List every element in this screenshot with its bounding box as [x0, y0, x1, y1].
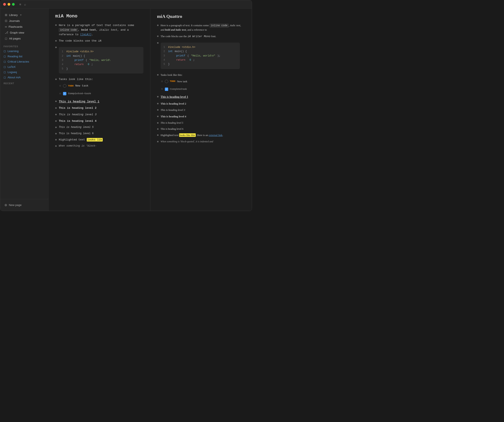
bullet-icon	[55, 127, 57, 128]
list-item: The code blocks use the iA	[55, 39, 144, 43]
library-arrow-icon: ▼	[20, 14, 22, 16]
list-item: When something is 'block-quoted', it is …	[157, 140, 245, 144]
search-icon[interactable]: ⌕	[24, 3, 26, 6]
sidebar-item-logseq[interactable]: ◻ Logseq	[0, 70, 48, 75]
bullet-icon	[157, 42, 159, 44]
list-item: This is heading level 1	[157, 95, 245, 99]
close-button[interactable]	[3, 3, 6, 6]
bullet-icon	[157, 109, 159, 111]
list-item: The code blocks use the iA Writer Mono f…	[157, 34, 245, 39]
list-item: This is heading level 6	[157, 127, 245, 131]
sidebar-top: ⊞ Library ▼ ⊡ Journals ∞ Flashcards ⎇ G	[0, 9, 48, 43]
title-bar-icons: ≡ ⌕	[19, 3, 26, 6]
library-label: Library	[9, 13, 18, 17]
sidebar-item-about-mia[interactable]: ◻ About miA	[0, 75, 48, 80]
bullet-icon	[157, 134, 159, 136]
bullet-icon	[60, 93, 61, 94]
task-row: TODO New task	[63, 84, 88, 88]
sidebar-item-journals[interactable]: ⊡ Journals	[3, 18, 45, 24]
list-item: Highlighted text looks like this. Here i…	[157, 133, 245, 137]
list-item: TODO New task	[161, 79, 245, 85]
bullet-icon	[157, 103, 159, 104]
bullet-icon	[55, 107, 57, 109]
list-item: TODO New task	[60, 84, 144, 89]
right-pane-title: miA Quattro	[157, 14, 245, 19]
bullet-icon	[55, 114, 57, 115]
task-row: TODO New task	[165, 79, 187, 84]
checkbox-unchecked[interactable]	[165, 80, 168, 83]
list-item: Here is a paragraph of text. It contains…	[157, 23, 245, 32]
menu-icon[interactable]: ≡	[19, 3, 21, 6]
sidebar-item-graph-view[interactable]: ⎇ Graph view	[3, 30, 45, 36]
checkbox-unchecked[interactable]	[63, 84, 66, 88]
graph-icon: ⎇	[5, 31, 8, 34]
list-item: Here is a paragraph of text that contain…	[55, 23, 144, 37]
checkbox-checked[interactable]: ✓	[63, 92, 66, 95]
list-item: This is heading level 2	[157, 102, 245, 106]
bullet-icon	[55, 133, 57, 134]
sidebar-item-library[interactable]: ⊞ Library ▼	[3, 12, 45, 18]
library-icon: ⊞	[5, 13, 7, 17]
right-pane: miA Quattro Here is a paragraph of text.…	[150, 9, 252, 211]
bullet-icon	[161, 81, 163, 82]
task-row: ✓ Completed task	[63, 92, 91, 96]
all-pages-label: All pages	[9, 37, 21, 40]
recent-section-label: RECENT	[0, 80, 48, 85]
main-content: ⊞ Library ▼ ⊡ Journals ∞ Flashcards ⎇ G	[0, 9, 252, 211]
list-item: 1#include <stdio.h> 2int main() { 3 prin…	[157, 41, 245, 71]
list-item: This is heading level 6	[55, 132, 144, 136]
journals-label: Journals	[9, 19, 20, 23]
list-item: This is heading level 5	[55, 125, 144, 129]
list-item: Highlighted text looks lik	[55, 138, 144, 142]
bullet-icon	[55, 120, 57, 122]
latex-label: LaTeX	[8, 65, 16, 68]
sidebar-item-reading-list[interactable]: ◻ Reading list	[0, 54, 48, 59]
list-item: 1#include <stdio.h> 2int main() { 3 prin…	[55, 45, 144, 75]
flashcards-icon: ∞	[5, 25, 7, 28]
list-item: Tasks look like this:	[55, 77, 144, 82]
list-item: This is heading level 1	[55, 99, 144, 104]
new-page-button[interactable]: ⊕ New page	[2, 201, 46, 209]
bullet-icon	[55, 101, 57, 102]
flashcards-label: Flashcards	[9, 25, 23, 28]
sidebar-item-latex[interactable]: ◻ LaTeX	[0, 64, 48, 70]
traffic-lights	[3, 3, 15, 6]
list-item: ✓ Completed task	[60, 92, 144, 97]
bullet-icon	[55, 78, 57, 80]
about-mia-label: About miA	[8, 76, 21, 79]
bullet-icon	[55, 24, 57, 26]
bullet-icon	[157, 74, 159, 76]
sidebar-item-learning[interactable]: ◻ Learning	[0, 48, 48, 54]
sidebar-item-flashcards[interactable]: ∞ Flashcards	[3, 24, 45, 30]
sidebar-bottom: ⊕ New page	[0, 199, 48, 211]
list-item: ✓ Completed task	[161, 87, 245, 93]
bullet-icon	[157, 96, 159, 97]
minimize-button[interactable]	[8, 3, 10, 6]
bullet-icon	[161, 88, 163, 90]
doc-icon: ◻	[4, 60, 6, 63]
code-block: 1#include <stdio.h> 2int main() { 3 prin…	[161, 43, 240, 69]
bullet-icon	[60, 85, 61, 87]
critical-literacies-label: Critical Literacies	[8, 60, 29, 63]
favorites-section-label: FAVORITES	[0, 43, 48, 48]
list-item: This is heading level 3	[157, 108, 245, 112]
title-bar: ≡ ⌕	[0, 0, 252, 9]
sidebar-item-critical-literacies[interactable]: ◻ Critical Literacies	[0, 59, 48, 64]
logseq-label: Logseq	[8, 71, 17, 74]
content-area: miA Mono Here is a paragraph of text tha…	[48, 9, 252, 211]
bullet-icon	[55, 139, 57, 140]
maximize-button[interactable]	[12, 3, 15, 6]
learning-label: Learning	[8, 50, 19, 53]
app-window: ≡ ⌕ ⊞ Library ▼ ⊡ Journals ∞	[0, 0, 252, 211]
sidebar-item-all-pages[interactable]: ◻ All pages	[3, 36, 45, 41]
checkbox-checked[interactable]: ✓	[165, 88, 168, 91]
left-pane-title: miA Mono	[55, 14, 144, 19]
doc-icon: ◻	[4, 65, 6, 68]
new-page-plus-icon: ⊕	[4, 203, 7, 207]
new-page-label: New page	[9, 203, 22, 207]
bullet-icon	[157, 122, 159, 124]
list-item: This is heading level 5	[157, 121, 245, 125]
doc-icon: ◻	[4, 71, 6, 74]
bullet-icon	[55, 40, 57, 42]
left-pane: miA Mono Here is a paragraph of text tha…	[48, 9, 150, 211]
